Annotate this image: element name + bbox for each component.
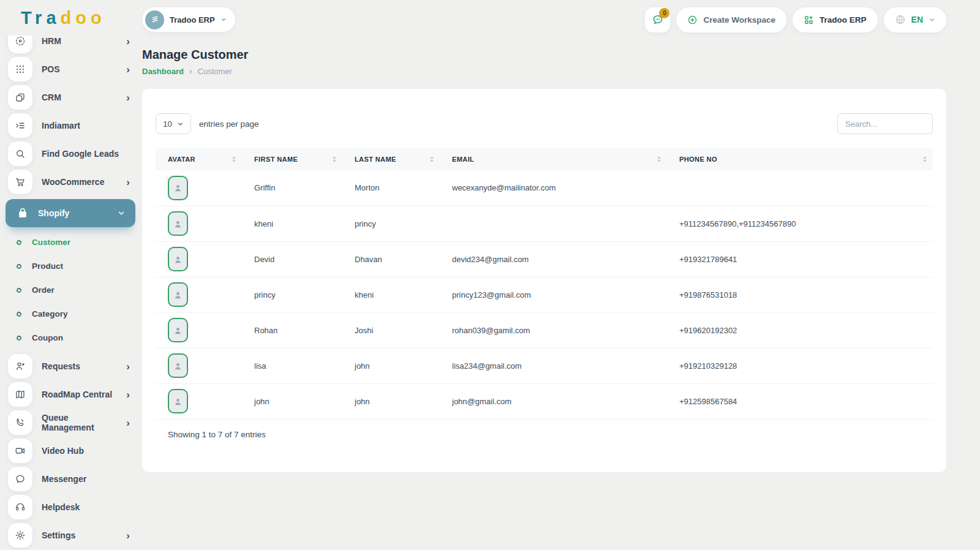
- sidebar-item-settings[interactable]: Settings ›: [0, 521, 141, 549]
- cell-first-name: Devid: [242, 241, 342, 277]
- column-header-avatar[interactable]: AVATAR: [156, 156, 242, 163]
- table-summary: Showing 1 to 7 of 7 entries: [156, 420, 933, 439]
- sidebar-subitem-label: Coupon: [32, 333, 63, 342]
- sort-icon[interactable]: [430, 156, 434, 162]
- column-header-last-name[interactable]: LAST NAME: [342, 156, 440, 163]
- sidebar-item-shopify[interactable]: Shopify: [6, 199, 135, 227]
- breadcrumb-separator-icon: ›: [189, 66, 192, 76]
- phone-icon: [8, 410, 32, 435]
- customer-avatar[interactable]: [168, 282, 188, 307]
- cell-first-name: john: [242, 383, 342, 419]
- messages-button[interactable]: 0: [645, 7, 670, 32]
- language-selector[interactable]: EN: [884, 7, 946, 32]
- cell-email: john@gmail.com: [440, 383, 667, 419]
- sidebar-item-label: Video Hub: [42, 446, 84, 456]
- table-header-row: AVATAR FIRST NAME LAST NAME EMAIL PHONE …: [156, 148, 933, 170]
- app-root: Tradoo HRM › POS › CRM: [0, 0, 980, 550]
- shopify-bag-icon: [17, 207, 29, 219]
- sidebar-subitem-label: Order: [32, 285, 55, 295]
- brand-logo[interactable]: Tradoo: [0, 0, 141, 36]
- cell-email: princy123@gmail.com: [440, 277, 667, 312]
- chevron-right-icon: ›: [126, 418, 130, 428]
- chevron-right-icon: ›: [126, 177, 130, 187]
- sidebar-item-queue-management[interactable]: Queue Management ›: [0, 409, 141, 437]
- grid-plus-icon: [804, 15, 814, 25]
- breadcrumb: Dashboard › Customer: [142, 66, 946, 76]
- sidebar-subitem-label: Category: [32, 309, 68, 318]
- sidebar-subitem-label: Product: [32, 262, 63, 271]
- customer-avatar[interactable]: [168, 389, 188, 413]
- create-workspace-button[interactable]: Create Workspace: [676, 7, 786, 32]
- user-plus-icon: [8, 354, 32, 379]
- sidebar-item-label: Shopify: [38, 208, 69, 218]
- cell-phone: +911234567890,+911234567890: [667, 206, 933, 241]
- bullet-icon: [16, 263, 23, 269]
- column-header-email[interactable]: EMAIL: [440, 156, 667, 163]
- headset-icon: [8, 495, 32, 519]
- sidebar-item-pos[interactable]: POS ›: [0, 55, 141, 83]
- sidebar-item-indiamart[interactable]: Indiamart: [0, 111, 141, 140]
- person-icon: [173, 361, 183, 371]
- sidebar-item-roadmap-central[interactable]: RoadMap Central ›: [0, 380, 141, 409]
- chevron-down-icon: [117, 209, 126, 217]
- customer-avatar[interactable]: [168, 176, 188, 200]
- column-header-first-name[interactable]: FIRST NAME: [242, 156, 342, 163]
- cell-email: rohan039@gamil.com: [440, 312, 667, 348]
- customer-avatar[interactable]: [168, 247, 188, 271]
- chevron-right-icon: ›: [126, 92, 130, 103]
- table-controls: 10 entries per page: [156, 113, 933, 134]
- search-input[interactable]: [837, 113, 933, 134]
- cell-last-name: Dhavan: [342, 241, 440, 277]
- create-workspace-label: Create Workspace: [703, 15, 775, 24]
- building-icon: [150, 15, 160, 24]
- table-row: Rohan Joshi rohan039@gamil.com +91962019…: [156, 312, 933, 348]
- sidebar-item-label: CRM: [42, 92, 61, 102]
- sidebar-subitem-customer[interactable]: Customer: [0, 230, 141, 254]
- sidebar-item-messenger[interactable]: Messenger: [0, 465, 141, 493]
- page-size-select[interactable]: 10: [156, 113, 191, 134]
- column-header-phone[interactable]: PHONE NO: [667, 156, 933, 163]
- cell-last-name: kheni: [342, 277, 440, 312]
- sidebar-item-requests[interactable]: Requests ›: [0, 352, 141, 380]
- sidebar-item-label: Requests: [42, 361, 80, 371]
- sidebar-item-video-hub[interactable]: Video Hub: [0, 437, 141, 465]
- customer-avatar[interactable]: [168, 353, 188, 378]
- chevron-down-icon: [177, 121, 184, 127]
- sidebar-item-crm[interactable]: CRM ›: [0, 83, 141, 111]
- sort-icon[interactable]: [923, 156, 927, 162]
- map-icon: [8, 382, 32, 407]
- cell-email: [440, 206, 667, 241]
- sidebar-subitem-order[interactable]: Order: [0, 278, 141, 302]
- sidebar-item-label: Indiamart: [42, 121, 80, 130]
- sidebar-item-woocommerce[interactable]: WooCommerce ›: [0, 168, 141, 196]
- sidebar-subitem-category[interactable]: Category: [0, 302, 141, 326]
- workspace-selector[interactable]: Tradoo ERP: [142, 7, 235, 32]
- chevron-down-icon: [929, 17, 935, 23]
- main-area: Tradoo ERP 0 Create Workspace Tradoo ERP: [141, 0, 980, 550]
- sort-icon[interactable]: [657, 156, 661, 162]
- cell-email: wecexanyde@mailinator.com: [440, 170, 667, 206]
- plus-circle-icon: [687, 15, 698, 25]
- person-icon: [173, 183, 183, 193]
- customer-avatar[interactable]: [168, 211, 188, 236]
- chevron-right-icon: ›: [126, 530, 130, 541]
- sidebar-subitem-product[interactable]: Product: [0, 254, 141, 278]
- pos-icon: [8, 57, 32, 81]
- sidebar-subitem-coupon[interactable]: Coupon: [0, 326, 141, 350]
- sort-icon[interactable]: [333, 156, 336, 162]
- cell-last-name: Morton: [342, 170, 440, 206]
- breadcrumb-dashboard-link[interactable]: Dashboard: [142, 67, 184, 76]
- sidebar-item-helpdesk[interactable]: Helpdesk: [0, 493, 141, 521]
- customer-avatar[interactable]: [168, 318, 188, 342]
- cell-phone: +919620192302: [667, 312, 933, 348]
- cell-phone: +912598567584: [667, 383, 933, 419]
- sidebar-item-label: Queue Management: [42, 413, 117, 432]
- cell-phone: [667, 170, 933, 206]
- customer-table: AVATAR FIRST NAME LAST NAME EMAIL PHONE …: [156, 148, 933, 420]
- search-icon: [8, 141, 32, 166]
- sort-icon[interactable]: [232, 156, 236, 162]
- bullet-icon: [16, 334, 23, 341]
- logo-text-gold: doo: [61, 8, 106, 28]
- sidebar-item-find-google-leads[interactable]: Find Google Leads: [0, 140, 141, 168]
- erp-apps-button[interactable]: Tradoo ERP: [793, 7, 878, 32]
